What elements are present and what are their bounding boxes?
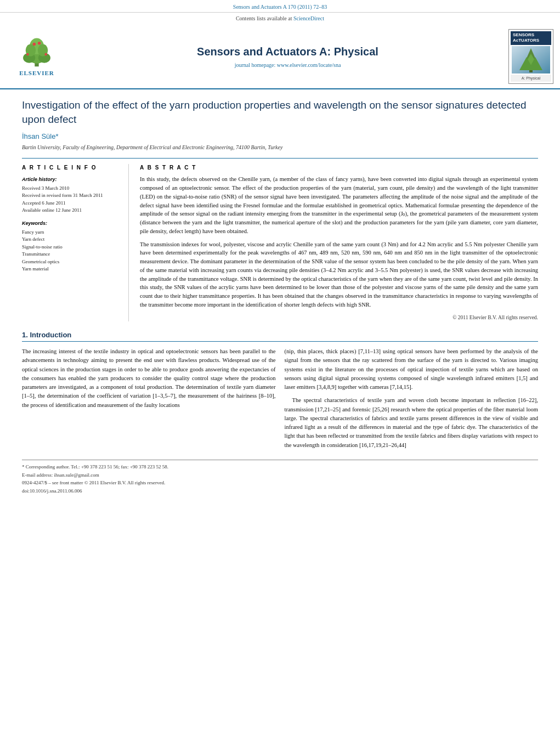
elsevier-logo: ELSEVIER [7,35,67,77]
svg-point-8 [38,42,41,45]
intro-p3: The spectral characteristics of textile … [285,396,539,450]
copyright-line: © 2011 Elsevier B.V. All rights reserved… [140,314,538,321]
intro-p1: The increasing interest of the textile i… [22,347,276,410]
article-info-heading: A R T I C L E I N F O [22,164,121,172]
sensors-actuators-logo: SENSORSAcTUATORS A: Physical [508,29,553,84]
abstract-col: A B S T R A C T In this study, the defec… [140,164,538,321]
intro-right: (nip, thin places, thick places) [7,11–1… [285,347,539,454]
introduction-body: The increasing interest of the textile i… [22,347,538,454]
journal-title-block: Sensors and Actuators A: Physical journa… [67,44,508,69]
author-affiliation: Bartin University, Faculty of Engineerin… [22,144,538,151]
accepted-date: Accepted 6 June 2011 [22,200,121,207]
keyword-4: Transmittance [22,251,121,258]
section-title-introduction: 1. Introduction [22,330,538,342]
received-date: Received 3 March 2010 [22,185,121,193]
keyword-3: Signal-to-noise ratio [22,244,121,251]
article-info-abstract: A R T I C L E I N F O Article history: R… [22,158,538,321]
article-title: Investigation of the effect of the yarn … [22,98,538,126]
history-label: Article history: [22,176,121,183]
introduction-section: 1. Introduction The increasing interest … [22,330,538,454]
keyword-2: Yarn defect [22,236,121,244]
author-name: İhsan Süle* [22,132,538,142]
online-date: Available online 12 June 2011 [22,207,121,214]
abstract-p2: The transmission indexes for wool, polye… [140,240,538,309]
intro-p2: (nip, thin places, thick places) [7,11–1… [285,347,539,392]
article-info-col: A R T I C L E I N F O Article history: R… [22,164,129,321]
intro-text-left: The increasing interest of the textile i… [22,347,276,410]
contents-line: Contents lists available at ScienceDirec… [0,13,560,25]
elsevier-text: ELSEVIER [19,69,54,77]
elsevier-tree-icon [15,35,59,68]
article-keywords: Keywords: Fancy yarn Yarn defect Signal-… [22,220,121,273]
intro-text-right: (nip, thin places, thick places) [7,11–1… [285,347,539,450]
footnote-corresponding: * Corresponding author. Tel.: +90 378 22… [22,463,538,471]
abstract-text: In this study, the defects observed on t… [140,175,538,321]
abstract-p1: In this study, the defects observed on t… [140,175,538,235]
journal-homepage: journal homepage: www.elsevier.com/locat… [72,61,503,69]
article-history: Article history: Received 3 March 2010 R… [22,176,121,214]
footnote-area: * Corresponding author. Tel.: +90 378 22… [22,460,538,494]
svg-point-10 [44,53,47,56]
keyword-1: Fancy yarn [22,229,121,236]
svg-point-9 [26,53,29,56]
abstract-heading: A B S T R A C T [140,164,538,172]
revised-date: Received in revised form 31 March 2011 [22,192,121,200]
sensors-logo-svg [512,46,550,73]
footnote-issn: 0924-4247/$ – see front matter © 2011 El… [22,479,538,487]
sensors-logo-text: SENSORSAcTUATORS [511,31,551,45]
keyword-6: Yarn material [22,265,121,273]
keyword-5: Geometrical optics [22,258,121,266]
sensors-logo-bottom: A: Physical [511,75,551,82]
footnote-doi: doi:10.1016/j.sna.2011.06.006 [22,488,538,495]
keywords-label: Keywords: [22,220,121,227]
intro-left: The increasing interest of the textile i… [22,347,276,454]
svg-point-7 [33,43,36,46]
journal-top-bar: Sensors and Actuators A 170 (2011) 72–83 [0,0,560,13]
sensors-logo-image [512,46,550,73]
main-content: Investigation of the effect of the yarn … [0,89,560,504]
footnote-email: E-mail address: ihsan.sule@gmail.com [22,472,538,479]
journal-header: ELSEVIER Sensors and Actuators A: Physic… [0,25,560,89]
journal-citation: Sensors and Actuators A 170 (2011) 72–83 [233,4,327,10]
journal-title: Sensors and Actuators A: Physical [72,44,503,59]
